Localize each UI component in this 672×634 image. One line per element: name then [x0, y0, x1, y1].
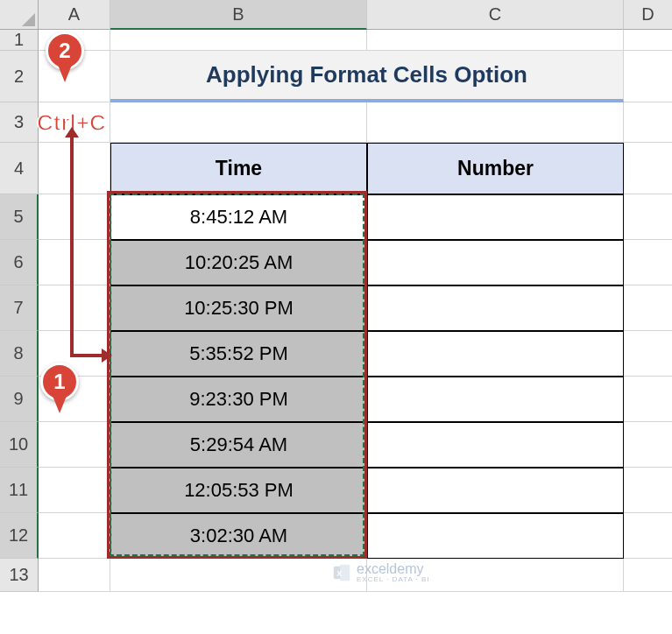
cell-A12[interactable]: [39, 513, 110, 559]
row-header-11[interactable]: 11: [0, 468, 39, 513]
cell-D9[interactable]: [624, 377, 672, 422]
watermark: X exceldemy EXCEL · DATA · BI: [332, 562, 430, 583]
cell-B6[interactable]: 10:20:25 AM: [110, 240, 367, 285]
cell-B11[interactable]: 12:05:53 PM: [110, 468, 367, 513]
column-header-B[interactable]: B: [110, 0, 367, 30]
row-header-7[interactable]: 7: [0, 285, 39, 331]
cell-C11[interactable]: [367, 468, 624, 513]
excel-icon: X: [332, 563, 351, 582]
cell-C9[interactable]: [367, 377, 624, 422]
cell-A7[interactable]: [39, 285, 110, 331]
cell-D3[interactable]: [624, 102, 672, 143]
cell-B5[interactable]: 8:45:12 AM: [110, 194, 367, 240]
cell-A6[interactable]: [39, 240, 110, 285]
cell-B8[interactable]: 5:35:52 PM: [110, 331, 367, 377]
callout-pin-1: 1: [40, 363, 79, 417]
cell-C3[interactable]: [367, 102, 624, 143]
cell-A13[interactable]: [39, 559, 110, 592]
watermark-brand: exceldemy: [357, 562, 430, 576]
cell-D12[interactable]: [624, 513, 672, 559]
row-header-6[interactable]: 6: [0, 240, 39, 285]
callout-arrow-head: [65, 127, 79, 137]
row-header-3[interactable]: 3: [0, 102, 39, 143]
cell-D2[interactable]: [624, 51, 672, 102]
cell-B7[interactable]: 10:25:30 PM: [110, 285, 367, 331]
row-header-2[interactable]: 2: [0, 51, 39, 102]
callout-arrow-head: [102, 349, 112, 363]
cell-B12[interactable]: 3:02:30 AM: [110, 513, 367, 559]
svg-text:X: X: [336, 569, 343, 578]
cell-D4[interactable]: [624, 143, 672, 194]
cell-C8[interactable]: [367, 331, 624, 377]
cell-D5[interactable]: [624, 194, 672, 240]
row-headers: 12345678910111213: [0, 30, 39, 592]
cell-A4[interactable]: [39, 143, 110, 194]
cell-A11[interactable]: [39, 468, 110, 513]
row-header-1[interactable]: 1: [0, 30, 39, 51]
row-header-5[interactable]: 5: [0, 194, 39, 240]
cell-D13[interactable]: [624, 559, 672, 592]
cell-B9[interactable]: 9:23:30 PM: [110, 377, 367, 422]
cell-A10[interactable]: [39, 422, 110, 468]
callout-arrow: [70, 354, 105, 357]
callout-arrow: [70, 136, 74, 354]
cell-C5[interactable]: [367, 194, 624, 240]
column-headers: ABCD: [39, 0, 672, 30]
cell-C6[interactable]: [367, 240, 624, 285]
cell-C4[interactable]: Number: [367, 143, 624, 194]
cell-B3[interactable]: [110, 102, 367, 143]
cell-D11[interactable]: [624, 468, 672, 513]
cell-D10[interactable]: [624, 422, 672, 468]
cell-C12[interactable]: [367, 513, 624, 559]
column-header-C[interactable]: C: [367, 0, 624, 30]
callout-pin-2-number: 2: [59, 39, 70, 63]
callout-pin-2: 2: [46, 32, 84, 86]
cell-B2[interactable]: Applying Format Cells Option: [110, 51, 624, 102]
watermark-tagline: EXCEL · DATA · BI: [357, 576, 430, 583]
row-header-10[interactable]: 10: [0, 422, 39, 468]
row-header-4[interactable]: 4: [0, 143, 39, 194]
column-header-D[interactable]: D: [624, 0, 672, 30]
cell-D8[interactable]: [624, 331, 672, 377]
select-all-corner[interactable]: [0, 0, 39, 30]
row-header-9[interactable]: 9: [0, 377, 39, 422]
cell-C7[interactable]: [367, 285, 624, 331]
row-header-8[interactable]: 8: [0, 331, 39, 377]
cell-D6[interactable]: [624, 240, 672, 285]
cell-B10[interactable]: 5:29:54 AM: [110, 422, 367, 468]
cell-A5[interactable]: [39, 194, 110, 240]
cell-C10[interactable]: [367, 422, 624, 468]
column-header-A[interactable]: A: [39, 0, 110, 30]
cell-B13[interactable]: [110, 559, 367, 592]
spreadsheet-grid: Applying Format Cells OptionTimeNumber8:…: [39, 30, 672, 592]
cell-D1[interactable]: [624, 30, 672, 51]
callout-pin-1-number: 1: [53, 370, 65, 394]
cell-B1[interactable]: [110, 30, 367, 51]
row-header-12[interactable]: 12: [0, 513, 39, 559]
cell-D7[interactable]: [624, 285, 672, 331]
cell-C1[interactable]: [367, 30, 624, 51]
row-header-13[interactable]: 13: [0, 559, 39, 592]
cell-B4[interactable]: Time: [110, 143, 367, 194]
